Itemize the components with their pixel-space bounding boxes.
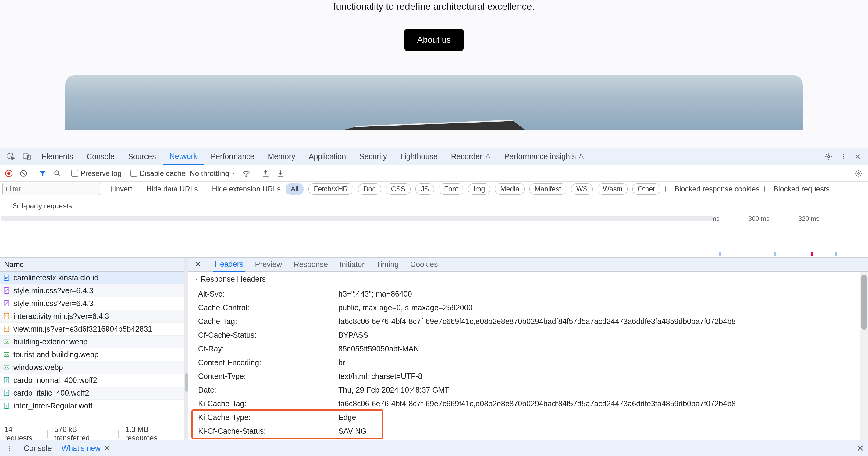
drawer-tab-whats-new[interactable]: What's new ✕ xyxy=(60,444,112,453)
vertical-scrollbar[interactable] xyxy=(860,272,868,440)
chip-css[interactable]: CSS xyxy=(386,183,410,195)
tab-security[interactable]: Security xyxy=(352,148,394,165)
clear-icon[interactable] xyxy=(18,168,29,179)
header-value: text/html; charset=UTF-8 xyxy=(338,372,863,381)
filter-icon[interactable] xyxy=(37,168,48,179)
img-file-icon xyxy=(3,351,10,359)
timeline-marker xyxy=(719,252,721,256)
chip-media[interactable]: Media xyxy=(495,183,525,195)
header-name: Ki-Cache-Tag: xyxy=(198,399,338,408)
wifi-icon[interactable] xyxy=(241,168,252,179)
disable-cache-checkbox[interactable]: Disable cache xyxy=(130,169,186,178)
about-us-button[interactable]: About us xyxy=(404,29,464,51)
request-name: view.min.js?ver=e3d6f3216904b5b42831 xyxy=(13,325,152,333)
status-transferred: 576 kB transferred xyxy=(54,425,112,442)
tab-sources[interactable]: Sources xyxy=(121,148,163,165)
third-party-checkbox[interactable]: 3rd-party requests xyxy=(4,202,866,210)
chip-font[interactable]: Font xyxy=(439,183,463,195)
tab-recorder[interactable]: Recorder xyxy=(444,148,498,165)
request-name: tourist-and-building.webp xyxy=(13,350,98,359)
request-row[interactable]: style.min.css?ver=6.4.3 xyxy=(0,297,184,310)
network-timeline[interactable]: 20 ms40 ms60 ms80 ms100 ms120 ms140 ms16… xyxy=(0,215,868,257)
detail-tabs: ✕ Headers Preview Response Initiator Tim… xyxy=(188,257,868,272)
tab-console[interactable]: Console xyxy=(80,148,121,165)
svg-point-10 xyxy=(7,172,11,175)
close-tab-icon[interactable]: ✕ xyxy=(104,444,110,452)
detail-tab-cookies[interactable]: Cookies xyxy=(409,257,439,271)
tab-lighthouse[interactable]: Lighthouse xyxy=(394,148,444,165)
split-divider[interactable] xyxy=(184,257,188,440)
chip-all[interactable]: All xyxy=(286,183,304,195)
device-icon[interactable] xyxy=(19,152,35,161)
detail-tab-initiator[interactable]: Initiator xyxy=(338,257,366,271)
detail-tab-preview[interactable]: Preview xyxy=(254,257,283,271)
svg-point-34 xyxy=(9,448,10,449)
header-row: Ki-Cache-Type:Edge xyxy=(194,411,863,424)
drawer-tab-console[interactable]: Console xyxy=(22,444,54,453)
search-icon[interactable] xyxy=(52,168,62,179)
close-detail-icon[interactable]: ✕ xyxy=(191,260,204,269)
request-row[interactable]: Tinter_Inter-Regular.woff xyxy=(0,400,184,413)
doc-file-icon xyxy=(3,274,10,282)
chip-doc[interactable]: Doc xyxy=(358,183,381,195)
header-name: Alt-Svc: xyxy=(198,290,338,298)
chip-img[interactable]: Img xyxy=(468,183,490,195)
record-icon[interactable] xyxy=(4,168,14,179)
request-row[interactable]: building-exterior.webp xyxy=(0,336,184,348)
close-icon[interactable] xyxy=(850,153,865,160)
detail-tab-response[interactable]: Response xyxy=(292,257,329,271)
timeline-tick: 300 ms xyxy=(748,215,770,222)
upload-icon[interactable] xyxy=(260,168,271,179)
roof-graphic xyxy=(343,118,525,130)
request-row[interactable]: tourist-and-building.webp xyxy=(0,348,184,361)
requests-header[interactable]: Name xyxy=(0,257,184,272)
chip-js[interactable]: JS xyxy=(415,183,434,195)
svg-text:T: T xyxy=(5,378,8,382)
chip-wasm[interactable]: Wasm xyxy=(598,183,627,195)
response-headers-title[interactable]: Response Headers xyxy=(194,275,863,283)
tab-application[interactable]: Application xyxy=(302,148,352,165)
tab-perf-insights[interactable]: Performance insights xyxy=(498,148,591,165)
network-settings-icon[interactable] xyxy=(854,168,864,179)
hide-data-urls-checkbox[interactable]: Hide data URLs xyxy=(137,185,198,193)
detail-tab-headers[interactable]: Headers xyxy=(213,257,245,272)
blocked-cookies-checkbox[interactable]: Blocked response cookies xyxy=(665,185,760,193)
gear-icon[interactable] xyxy=(821,153,836,161)
kebab-icon[interactable] xyxy=(836,153,850,161)
timeline-overview-bar xyxy=(1,215,713,221)
request-name: style.min.css?ver=6.4.3 xyxy=(13,286,93,295)
download-icon[interactable] xyxy=(275,168,286,179)
request-detail-pane: ✕ Headers Preview Response Initiator Tim… xyxy=(188,257,868,440)
request-row[interactable]: Tcardo_normal_400.woff2 xyxy=(0,374,184,387)
detail-tab-timing[interactable]: Timing xyxy=(375,257,400,271)
chip-other[interactable]: Other xyxy=(632,183,660,195)
tab-performance[interactable]: Performance xyxy=(204,148,261,165)
chip-fetch-xhr[interactable]: Fetch/XHR xyxy=(308,183,353,195)
request-row[interactable]: style.min.css?ver=6.4.3 xyxy=(0,284,184,297)
header-name: Cf-Ray: xyxy=(198,344,338,353)
blocked-requests-checkbox[interactable]: Blocked requests xyxy=(764,185,830,193)
throttling-select[interactable]: No throttling xyxy=(190,169,236,178)
request-row[interactable]: windows.webp xyxy=(0,361,184,374)
webpage-preview: functionality to redefine architectural … xyxy=(0,0,868,148)
filter-input[interactable] xyxy=(2,183,100,195)
request-row[interactable]: Tcardo_italic_400.woff2 xyxy=(0,387,184,400)
header-value: fa6c8c06-6e76-4bf4-8c7f-69e7c669f41c,e08… xyxy=(338,317,863,326)
hide-extension-urls-checkbox[interactable]: Hide extension URLs xyxy=(203,185,280,193)
tab-elements[interactable]: Elements xyxy=(35,148,80,165)
chevron-down-icon xyxy=(231,171,237,176)
drawer-close-icon[interactable]: ✕ xyxy=(857,443,864,453)
preserve-log-checkbox[interactable]: Preserve log xyxy=(71,169,122,178)
svg-point-19 xyxy=(5,314,6,315)
tab-network[interactable]: Network xyxy=(163,148,204,165)
tab-memory[interactable]: Memory xyxy=(261,148,302,165)
drawer-kebab-icon[interactable] xyxy=(3,445,16,452)
request-row[interactable]: interactivity.min.js?ver=6.4.3 xyxy=(0,310,184,323)
invert-checkbox[interactable]: Invert xyxy=(105,185,132,193)
inspect-icon[interactable] xyxy=(3,152,19,161)
js-file-icon xyxy=(3,326,10,333)
chip-manifest[interactable]: Manifest xyxy=(529,183,566,195)
request-row[interactable]: carolinetestx.kinsta.cloud xyxy=(0,272,184,284)
chip-ws[interactable]: WS xyxy=(571,183,593,195)
request-row[interactable]: view.min.js?ver=e3d6f3216904b5b42831 xyxy=(0,323,184,336)
